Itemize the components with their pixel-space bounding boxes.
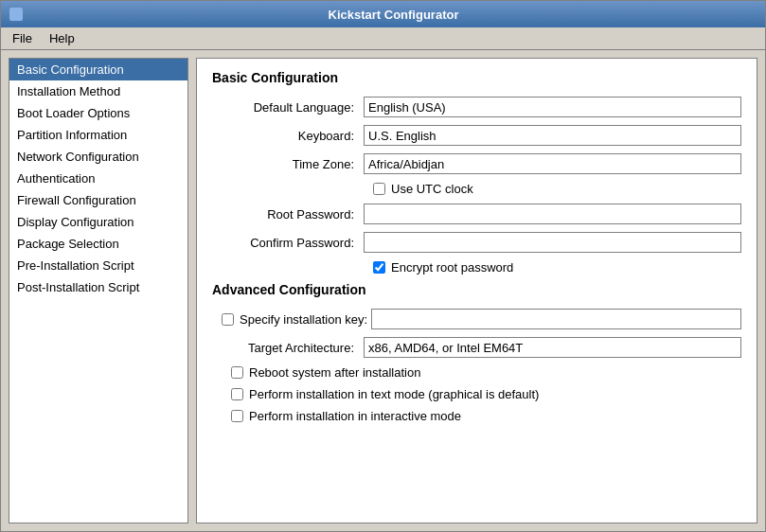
sidebar-item-network-configuration[interactable]: Network Configuration — [9, 146, 187, 168]
root-password-input[interactable] — [364, 204, 741, 224]
sidebar: Basic Configuration Installation Method … — [9, 58, 188, 523]
target-arch-row: Target Architecture: — [212, 337, 741, 358]
menu-bar: File Help — [1, 27, 765, 50]
title-bar: Kickstart Configurator — [1, 1, 765, 27]
utc-clock-label: Use UTC clock — [391, 182, 473, 196]
sidebar-item-partition-information[interactable]: Partition Information — [9, 124, 187, 146]
menu-help[interactable]: Help — [42, 29, 82, 47]
confirm-password-label: Confirm Password: — [212, 236, 364, 250]
confirm-password-row: Confirm Password: — [212, 232, 741, 253]
specify-key-row: Specify installation key: — [212, 309, 741, 329]
utc-clock-row: Use UTC clock — [212, 182, 741, 196]
sidebar-item-display-configuration[interactable]: Display Configuration — [9, 211, 187, 233]
content-area: Basic Configuration Installation Method … — [1, 50, 765, 531]
default-language-label: Default Language: — [212, 100, 364, 115]
root-password-label: Root Password: — [212, 207, 364, 222]
advanced-config-title: Advanced Configuration — [212, 282, 741, 297]
window-title: Kickstart Configurator — [29, 8, 757, 22]
text-mode-label: Perform installation in text mode (graph… — [249, 387, 539, 401]
reboot-row: Reboot system after installation — [212, 365, 741, 380]
timezone-input[interactable] — [364, 153, 741, 174]
interactive-mode-row: Perform installation in interactive mode — [212, 409, 741, 423]
keyboard-input[interactable] — [364, 125, 741, 146]
sidebar-item-package-selection[interactable]: Package Selection — [9, 233, 187, 255]
encrypt-root-label: Encrypt root password — [391, 260, 513, 275]
specify-key-label: Specify installation key: — [240, 312, 367, 327]
sidebar-item-authentication[interactable]: Authentication — [9, 168, 187, 189]
default-language-row: Default Language: — [212, 97, 741, 117]
encrypt-root-row: Encrypt root password — [212, 260, 741, 275]
menu-file[interactable]: File — [5, 29, 40, 47]
utc-clock-checkbox[interactable] — [373, 183, 385, 195]
interactive-mode-label: Perform installation in interactive mode — [249, 409, 461, 423]
sidebar-item-post-installation-script[interactable]: Post-Installation Script — [9, 276, 187, 298]
specify-key-checkbox[interactable] — [222, 313, 234, 326]
encrypt-root-checkbox[interactable] — [373, 261, 385, 274]
target-arch-input[interactable] — [364, 337, 741, 358]
main-panel: Basic Configuration Default Language: Ke… — [196, 58, 757, 523]
confirm-password-input[interactable] — [364, 232, 741, 253]
text-mode-checkbox[interactable] — [231, 388, 243, 400]
sidebar-item-firewall-configuration[interactable]: Firewall Configuration — [9, 189, 187, 211]
sidebar-item-boot-loader-options[interactable]: Boot Loader Options — [9, 102, 187, 124]
app-icon — [9, 7, 24, 22]
interactive-mode-checkbox[interactable] — [231, 410, 243, 422]
reboot-label: Reboot system after installation — [249, 365, 420, 380]
sidebar-item-installation-method[interactable]: Installation Method — [9, 80, 187, 102]
timezone-label: Time Zone: — [212, 157, 364, 171]
specify-key-input[interactable] — [371, 309, 741, 329]
target-arch-label: Target Architecture: — [212, 341, 364, 355]
basic-config-title: Basic Configuration — [212, 70, 741, 85]
root-password-row: Root Password: — [212, 204, 741, 224]
keyboard-row: Keyboard: — [212, 125, 741, 146]
reboot-checkbox[interactable] — [231, 366, 243, 379]
text-mode-row: Perform installation in text mode (graph… — [212, 387, 741, 401]
keyboard-label: Keyboard: — [212, 129, 364, 143]
default-language-input[interactable] — [364, 97, 741, 117]
sidebar-item-pre-installation-script[interactable]: Pre-Installation Script — [9, 255, 187, 276]
main-window: Kickstart Configurator File Help Basic C… — [0, 0, 766, 532]
sidebar-item-basic-configuration[interactable]: Basic Configuration — [9, 59, 187, 80]
timezone-row: Time Zone: — [212, 153, 741, 174]
